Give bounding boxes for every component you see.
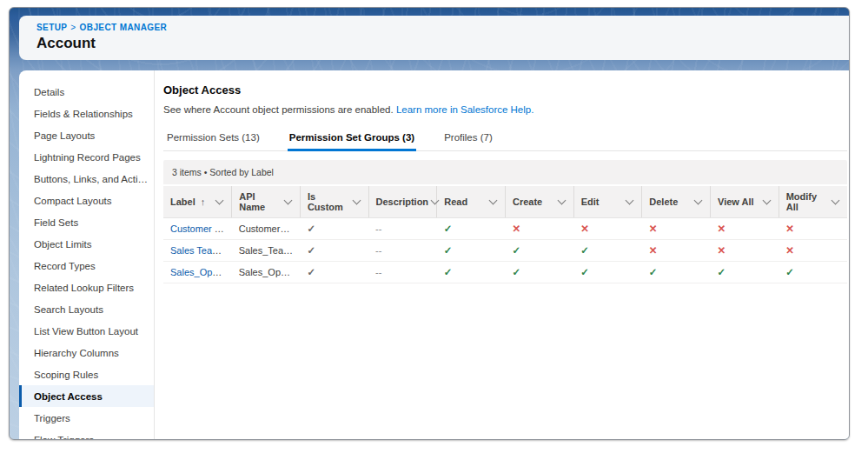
sidebar-item-flow-triggers[interactable]: Flow Triggers (19, 429, 154, 439)
chevron-down-icon[interactable] (557, 197, 566, 205)
permission-tabs: Permission Sets (13)Permission Set Group… (163, 128, 847, 151)
cross-icon: ✕ (649, 223, 658, 234)
tab-profiles-7[interactable]: Profiles (7) (442, 128, 494, 151)
column-header-delete[interactable]: Delete (642, 186, 711, 218)
sidebar-item-related-lookup-filters[interactable]: Related Lookup Filters (19, 277, 154, 298)
check-icon: ✓ (512, 267, 520, 277)
check-icon: ✓ (307, 223, 315, 234)
check-icon: ✓ (580, 245, 589, 256)
sidebar-item-triggers[interactable]: Triggers (19, 407, 154, 429)
chevron-down-icon[interactable] (488, 197, 497, 205)
sidebar-item-lightning-record-pages[interactable]: Lightning Record Pages (19, 146, 154, 168)
cell-is-custom: ✓ (300, 218, 368, 240)
cell-read: ✓ (437, 262, 506, 283)
column-header-inner: Modify All (786, 191, 842, 212)
cell-delete: ✓ (642, 262, 711, 283)
column-header-inner: Is Custom (308, 191, 363, 212)
table-header-row: Label ↑API NameIs CustomDescriptionReadC… (163, 186, 847, 218)
column-label: Description (376, 197, 429, 207)
sidebar-item-page-layouts[interactable]: Page Layouts (19, 124, 154, 146)
sidebar-item-search-layouts[interactable]: Search Layouts (19, 298, 154, 320)
chevron-down-icon[interactable] (694, 197, 703, 205)
sidebar-item-compact-layouts[interactable]: Compact Layouts (19, 190, 154, 211)
object-access-panel: Object Access See where Account object p… (155, 70, 849, 439)
salesforce-setup-window: SETUP>OBJECT MANAGER Account DetailsFiel… (9, 7, 850, 440)
cell-read: ✓ (437, 218, 506, 240)
chevron-down-icon[interactable] (283, 197, 292, 205)
check-icon: ✓ (444, 223, 453, 234)
column-header-modify-all[interactable]: Modify All (779, 186, 847, 218)
chevron-down-icon[interactable] (626, 197, 634, 205)
breadcrumb: SETUP>OBJECT MANAGER (36, 23, 849, 32)
cross-icon: ✕ (580, 223, 589, 234)
object-manager-content: DetailsFields & RelationshipsPage Layout… (19, 70, 849, 439)
sidebar-item-field-sets[interactable]: Field Sets (19, 211, 154, 233)
cell-edit: ✕ (573, 218, 642, 240)
cell-modify-all: ✕ (779, 218, 847, 240)
sidebar-item-object-access[interactable]: Object Access (19, 385, 154, 407)
cell-delete: ✕ (642, 218, 711, 240)
check-icon: ✓ (718, 267, 726, 277)
cell-create: ✕ (505, 218, 573, 240)
row-label-link[interactable]: Sales Team Me... (170, 245, 232, 256)
column-header-read[interactable]: Read (437, 186, 506, 218)
sidebar-item-fields-relationships[interactable]: Fields & Relationships (19, 103, 154, 124)
chevron-down-icon[interactable] (832, 197, 840, 205)
cell-view-all: ✕ (711, 218, 779, 240)
cell-view-all: ✕ (711, 240, 779, 262)
column-header-inner: Label ↑ (170, 197, 226, 207)
cell-edit: ✓ (573, 262, 642, 283)
help-link[interactable]: Learn more in Salesforce Help. (396, 104, 534, 115)
sidebar-item-buttons-links-and-actions[interactable]: Buttons, Links, and Actions (19, 168, 154, 190)
column-label: Edit (581, 197, 600, 207)
column-label: Delete (649, 197, 678, 207)
sidebar-item-object-limits[interactable]: Object Limits (19, 233, 154, 255)
object-access-table: Label ↑API NameIs CustomDescriptionReadC… (163, 186, 847, 283)
tab-permission-sets-13[interactable]: Permission Sets (13) (165, 128, 262, 151)
cell-edit: ✓ (573, 240, 642, 262)
table-row: Sales_Operatio...Sales_Operatio...✓--✓✓✓… (163, 262, 847, 283)
sort-asc-icon: ↑ (198, 197, 206, 207)
column-header-create[interactable]: Create (505, 186, 573, 218)
column-header-view-all[interactable]: View All (711, 186, 779, 218)
cross-icon: ✕ (649, 245, 658, 256)
cross-icon: ✕ (718, 245, 726, 256)
column-label: Modify All (786, 191, 829, 212)
row-label-link[interactable]: Customer Sup... (170, 223, 232, 234)
check-icon: ✓ (512, 245, 520, 256)
column-header-edit[interactable]: Edit (573, 186, 642, 218)
page-title: Account (36, 35, 849, 52)
row-label-link[interactable]: Sales_Operatio... (170, 267, 232, 277)
list-summary: 3 items • Sorted by Label (163, 160, 847, 184)
chevron-down-icon[interactable] (352, 197, 361, 205)
column-label: API Name (239, 191, 282, 212)
breadcrumb-setup-link[interactable]: SETUP (36, 23, 67, 32)
breadcrumb-object-manager-link[interactable]: OBJECT MANAGER (80, 23, 168, 32)
column-header-api-name[interactable]: API Name (232, 186, 301, 218)
column-label: Label ↑ (170, 197, 205, 207)
sidebar-item-scoping-rules[interactable]: Scoping Rules (19, 363, 154, 385)
check-icon: ✓ (649, 267, 658, 277)
sidebar-item-details[interactable]: Details (19, 81, 154, 103)
section-description: See where Account object permissions are… (163, 104, 847, 115)
cell-api-name: Sales_Team_M... (232, 240, 301, 262)
column-header-inner: Read (444, 197, 500, 207)
chevron-down-icon[interactable] (762, 197, 771, 205)
check-icon: ✓ (785, 267, 794, 277)
cross-icon: ✕ (718, 223, 726, 234)
column-header-inner: API Name (239, 191, 295, 212)
sidebar-item-list-view-button-layout[interactable]: List View Button Layout (19, 320, 154, 342)
cross-icon: ✕ (785, 223, 794, 234)
cell-description: -- (368, 262, 437, 283)
chevron-down-icon[interactable] (215, 197, 224, 205)
object-manager-sidebar: DetailsFields & RelationshipsPage Layout… (19, 70, 155, 439)
sidebar-item-record-types[interactable]: Record Types (19, 255, 154, 277)
column-header-label[interactable]: Label ↑ (163, 186, 232, 218)
cell-read: ✓ (437, 240, 506, 262)
sidebar-item-hierarchy-columns[interactable]: Hierarchy Columns (19, 342, 154, 363)
check-icon: ✓ (444, 245, 453, 256)
column-header-is-custom[interactable]: Is Custom (300, 186, 368, 218)
check-icon: ✓ (307, 245, 315, 256)
column-header-description[interactable]: Description (368, 186, 437, 218)
tab-permission-set-groups-3[interactable]: Permission Set Groups (3) (288, 128, 416, 151)
